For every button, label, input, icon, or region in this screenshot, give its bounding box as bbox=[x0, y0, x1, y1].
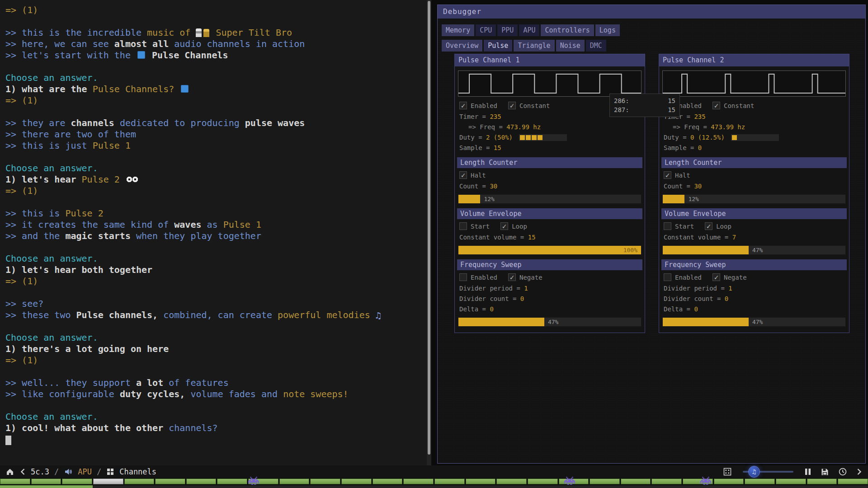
keypad-icon[interactable] bbox=[723, 467, 732, 476]
chapter-segment[interactable] bbox=[559, 479, 589, 484]
chapter-segment[interactable] bbox=[683, 479, 713, 484]
terminal-line: >> here, we can see almost all audio cha… bbox=[5, 38, 427, 50]
sample-value: 0 bbox=[698, 144, 702, 151]
duty-value: 0 (12.5%) bbox=[690, 134, 725, 141]
chapter-segment-current[interactable] bbox=[93, 479, 123, 484]
terminal-text: 1) there's a lot going on here bbox=[5, 343, 169, 354]
halt-checkbox[interactable]: ✓ bbox=[459, 171, 467, 179]
divider-count-label: Divider count = bbox=[664, 295, 725, 302]
negate-checkbox[interactable]: ✓ bbox=[712, 273, 720, 281]
sample-label: Sample = bbox=[459, 144, 494, 151]
pause-button[interactable] bbox=[804, 468, 811, 476]
chapter-segment[interactable] bbox=[838, 479, 868, 484]
chapter-segment[interactable] bbox=[217, 479, 247, 484]
terminal-text: >> here, we can see bbox=[5, 38, 114, 49]
terminal-line bbox=[5, 242, 427, 253]
tab-apu[interactable]: APU bbox=[519, 24, 539, 36]
breadcrumb: 5c.3 / APU / Channels bbox=[5, 467, 156, 476]
terminal-text: pulse waves bbox=[245, 117, 305, 128]
divider-period-field: Divider period = 1 bbox=[659, 283, 849, 293]
tab-cpu[interactable]: CPU bbox=[476, 24, 496, 36]
chapter-timeline[interactable] bbox=[0, 479, 868, 484]
scrollbar-thumb[interactable] bbox=[428, 1, 430, 455]
chapter-segment[interactable] bbox=[714, 479, 744, 484]
tab-controllers[interactable]: Controllers bbox=[541, 24, 594, 36]
terminal-line: Choose an answer. bbox=[5, 163, 427, 174]
chapter-segment[interactable] bbox=[528, 479, 558, 484]
loop-checkbox[interactable]: ✓ bbox=[705, 222, 712, 230]
bar-percentage: 47% bbox=[752, 318, 763, 326]
tab-ppu[interactable]: PPU bbox=[497, 24, 518, 36]
count-label: Count = bbox=[664, 183, 694, 190]
chapter-segment[interactable] bbox=[0, 479, 30, 484]
chapter-segment[interactable] bbox=[590, 479, 620, 484]
chapter-segment[interactable] bbox=[341, 479, 372, 484]
tooltip-row: 287:15 bbox=[614, 105, 675, 114]
terminal-line: >> well... they support a lot of feature… bbox=[5, 377, 427, 389]
chapter-segment[interactable] bbox=[124, 479, 155, 484]
halt-checkbox[interactable]: ✓ bbox=[664, 171, 671, 179]
negate-checkbox[interactable]: ✓ bbox=[508, 273, 516, 281]
tab-pulse[interactable]: Pulse bbox=[484, 40, 512, 52]
terminal-text: >> and the bbox=[5, 230, 65, 241]
breadcrumb-apu[interactable]: APU bbox=[78, 467, 92, 476]
sweep-enabled-label: Enabled bbox=[471, 274, 497, 281]
terminal-line bbox=[5, 287, 427, 298]
tab-logs[interactable]: Logs bbox=[595, 24, 620, 36]
volume-slider[interactable]: ♫ bbox=[743, 467, 793, 476]
start-checkbox[interactable] bbox=[664, 222, 671, 230]
chapter-segment[interactable] bbox=[310, 479, 340, 484]
sample-value: 15 bbox=[494, 144, 501, 151]
chapter-segment[interactable] bbox=[62, 479, 92, 484]
tooltip-row: 286:15 bbox=[614, 96, 675, 105]
tab-overview[interactable]: Overview bbox=[442, 40, 482, 52]
constant-checkbox[interactable]: ✓ bbox=[712, 102, 720, 109]
chapter-segment[interactable] bbox=[621, 479, 651, 484]
save-icon[interactable] bbox=[821, 468, 829, 476]
chapter-segment[interactable] bbox=[279, 479, 310, 484]
terminal-line: >> let's start with the Pulse Channels bbox=[5, 50, 427, 61]
tab-memory[interactable]: Memory bbox=[442, 24, 474, 36]
sweep-enabled-checkbox[interactable] bbox=[664, 273, 671, 281]
tab-dmc[interactable]: DMC bbox=[586, 40, 606, 52]
length-counter-bar: 12% bbox=[458, 194, 642, 204]
chapter-segment[interactable] bbox=[403, 479, 434, 484]
duty-label: Duty = bbox=[459, 134, 486, 141]
chapter-segment[interactable] bbox=[31, 479, 61, 484]
chapter-segment[interactable] bbox=[496, 479, 527, 484]
chapter-segment[interactable] bbox=[466, 479, 496, 484]
sweep-enabled-checkbox[interactable] bbox=[459, 273, 467, 281]
home-icon[interactable] bbox=[5, 467, 14, 476]
terminal-text: 1) cool! what about the other bbox=[5, 422, 169, 433]
debugger-title-bar[interactable]: Debugger bbox=[438, 5, 865, 19]
bar-percentage: 12% bbox=[688, 195, 698, 203]
constant-checkbox[interactable]: ✓ bbox=[508, 102, 516, 109]
terminal-scrollbar[interactable] bbox=[427, 0, 431, 465]
chapter-segment[interactable] bbox=[373, 479, 403, 484]
tab-triangle[interactable]: Triangle bbox=[514, 40, 554, 52]
chapter-segment[interactable] bbox=[434, 479, 465, 484]
terminal-line: >> it creates the same kind of waves as … bbox=[5, 219, 427, 230]
chapter-segment[interactable] bbox=[807, 479, 837, 484]
terminal-text: Pulse 2 bbox=[82, 174, 125, 185]
chevron-left-icon[interactable] bbox=[19, 467, 26, 476]
sample-label: Sample = bbox=[664, 144, 698, 151]
breadcrumb-channels[interactable]: Channels bbox=[119, 467, 156, 476]
music-note-knob[interactable]: ♫ bbox=[748, 466, 760, 478]
timer-value: 235 bbox=[490, 113, 501, 120]
chapter-segment[interactable] bbox=[776, 479, 806, 484]
enabled-checkbox[interactable]: ✓ bbox=[459, 102, 467, 109]
tab-noise[interactable]: Noise bbox=[556, 40, 585, 52]
terminal-text: audio channels in action bbox=[174, 38, 305, 49]
divider-period-value: 1 bbox=[728, 285, 732, 292]
clock-icon[interactable] bbox=[838, 467, 847, 476]
chapter-segment[interactable] bbox=[186, 479, 217, 484]
loop-checkbox[interactable]: ✓ bbox=[500, 222, 508, 230]
chapter-segment[interactable] bbox=[745, 479, 775, 484]
chapter-segment[interactable] bbox=[155, 479, 185, 484]
start-checkbox[interactable] bbox=[459, 222, 467, 230]
freq-field: => Freq = 473.99 hz bbox=[659, 122, 849, 132]
chevron-right-icon[interactable] bbox=[856, 467, 863, 476]
chapter-segment[interactable] bbox=[651, 479, 682, 484]
chapter-segment[interactable] bbox=[248, 479, 278, 484]
